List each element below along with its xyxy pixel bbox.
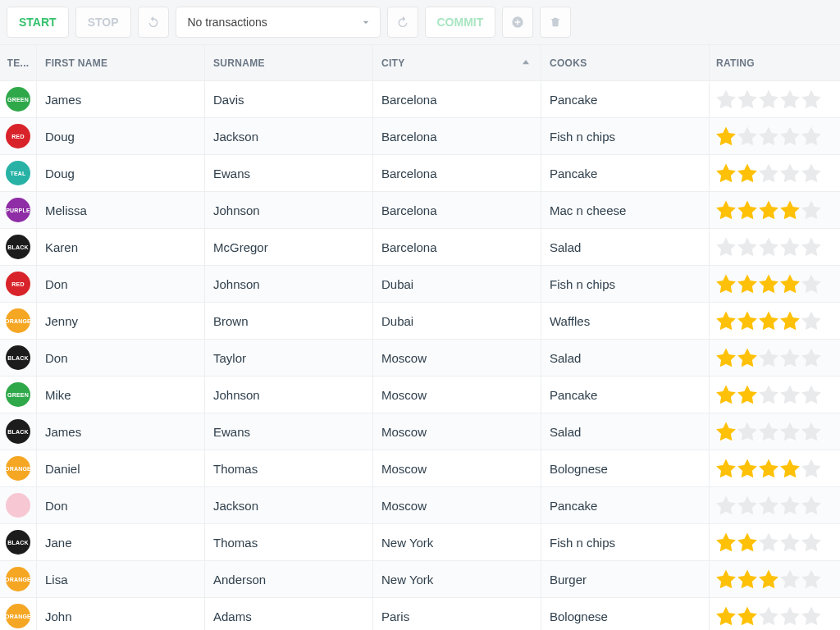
cell-rating[interactable]	[710, 192, 840, 228]
team-badge: TEAL	[6, 161, 30, 185]
cell-city: Barcelona	[373, 192, 541, 228]
cell-team: RED	[0, 266, 37, 302]
cell-surname: Davis	[205, 81, 373, 117]
rating-stars[interactable]	[716, 348, 821, 368]
table-row[interactable]: GREENMikeJohnsonMoscowPancake	[0, 377, 840, 413]
cell-surname: Ewans	[205, 413, 373, 450]
table-row[interactable]: ORANGEJennyBrownDubaiWaffles	[0, 303, 840, 340]
undo-button[interactable]	[138, 7, 169, 38]
table-row[interactable]: TEALDougEwansBarcelonaPancake	[0, 155, 840, 192]
col-header-team[interactable]: TE...	[0, 45, 37, 80]
cell-cooks: Pancake	[541, 487, 710, 523]
cell-rating[interactable]	[710, 487, 840, 523]
cell-rating[interactable]	[710, 81, 840, 117]
table-row[interactable]: BLACKJaneThomasNew YorkFish n chips	[0, 524, 840, 561]
col-header-city[interactable]: CITY	[373, 45, 541, 80]
star-icon	[801, 385, 821, 404]
rating-stars[interactable]	[716, 200, 821, 220]
plus-circle-icon	[511, 16, 524, 29]
table-row[interactable]: REDDonJohnsonDubaiFish n chips	[0, 266, 840, 303]
star-icon	[759, 89, 778, 109]
cell-rating[interactable]	[710, 118, 840, 154]
table-row[interactable]: ORANGEJohnAdamsParisBolognese	[0, 598, 840, 630]
stop-button[interactable]: STOP	[75, 7, 131, 38]
table-row[interactable]: ORANGELisaAndersonNew YorkBurger	[0, 561, 840, 598]
star-icon	[737, 163, 757, 183]
cell-rating[interactable]	[710, 413, 840, 450]
star-icon	[737, 237, 757, 257]
cell-rating[interactable]	[710, 229, 840, 265]
star-icon	[780, 274, 800, 294]
col-header-surname[interactable]: SURNAME	[205, 45, 373, 80]
cell-rating[interactable]	[710, 155, 840, 191]
table-row[interactable]: ORANGEDanielThomasMoscowBolognese	[0, 450, 840, 487]
cell-rating[interactable]	[710, 598, 840, 630]
cell-cooks: Salad	[541, 340, 710, 376]
cell-rating[interactable]	[710, 561, 840, 597]
star-icon	[737, 606, 757, 626]
star-icon	[801, 274, 821, 294]
trash-icon	[549, 16, 562, 29]
col-header-cooks[interactable]: COOKS	[541, 45, 710, 80]
rating-stars[interactable]	[716, 459, 821, 478]
cell-first-name: Don	[37, 266, 205, 302]
star-icon	[737, 569, 757, 589]
undo-icon	[147, 16, 160, 29]
cell-team: ORANGE	[0, 450, 37, 486]
rating-stars[interactable]	[716, 274, 821, 294]
star-icon	[759, 163, 778, 183]
cell-rating[interactable]	[710, 266, 840, 302]
add-button[interactable]	[502, 7, 533, 38]
rating-stars[interactable]	[716, 89, 821, 109]
cell-rating[interactable]	[710, 450, 840, 486]
table-row[interactable]: PURPLEMelissaJohnsonBarcelonaMac n chees…	[0, 192, 840, 229]
cell-team: PINK	[0, 487, 37, 523]
cell-city: Dubai	[373, 303, 541, 339]
table-row[interactable]: BLACKDonTaylorMoscowSalad	[0, 340, 840, 377]
table-row[interactable]: GREENJamesDavisBarcelonaPancake	[0, 81, 840, 118]
star-icon	[716, 311, 736, 331]
rating-stars[interactable]	[716, 311, 821, 331]
rating-stars[interactable]	[716, 385, 821, 404]
cell-city: Barcelona	[373, 229, 541, 265]
star-icon	[716, 385, 736, 404]
star-icon	[759, 311, 778, 331]
team-badge: RED	[6, 124, 30, 148]
cell-city: New York	[373, 561, 541, 597]
star-icon	[780, 89, 800, 109]
star-icon	[737, 348, 757, 368]
cell-cooks: Pancake	[541, 155, 710, 191]
rating-stars[interactable]	[716, 569, 821, 589]
cell-rating[interactable]	[710, 340, 840, 376]
cell-city: Barcelona	[373, 155, 541, 191]
col-header-first-name[interactable]: FIRST NAME	[37, 45, 205, 80]
star-icon	[801, 569, 821, 589]
cell-team: TEAL	[0, 155, 37, 191]
rating-stars[interactable]	[716, 495, 821, 515]
table-row[interactable]: REDDougJacksonBarcelonaFish n chips	[0, 118, 840, 155]
table-row[interactable]: BLACKKarenMcGregorBarcelonaSalad	[0, 229, 840, 266]
rating-stars[interactable]	[716, 532, 821, 552]
table-row[interactable]: BLACKJamesEwansMoscowSalad	[0, 413, 840, 450]
table-row[interactable]: PINKDonJacksonMoscowPancake	[0, 487, 840, 524]
delete-button[interactable]	[540, 7, 571, 38]
star-icon	[737, 422, 757, 441]
cell-cooks: Salad	[541, 229, 710, 265]
cell-rating[interactable]	[710, 524, 840, 560]
col-header-rating[interactable]: RATING	[710, 45, 840, 80]
cell-rating[interactable]	[710, 303, 840, 339]
rating-stars[interactable]	[716, 606, 821, 626]
rating-stars[interactable]	[716, 422, 821, 441]
cell-rating[interactable]	[710, 377, 840, 413]
transactions-select[interactable]: No transactions	[176, 7, 381, 38]
redo-button[interactable]	[387, 7, 418, 38]
commit-button[interactable]: COMMIT	[425, 7, 496, 38]
rating-stars[interactable]	[716, 126, 821, 146]
star-icon	[780, 237, 800, 257]
rating-stars[interactable]	[716, 237, 821, 257]
start-button[interactable]: START	[7, 7, 69, 38]
rating-stars[interactable]	[716, 163, 821, 183]
sort-ascending-icon	[519, 57, 532, 70]
star-icon	[759, 274, 778, 294]
team-badge: ORANGE	[6, 604, 30, 628]
